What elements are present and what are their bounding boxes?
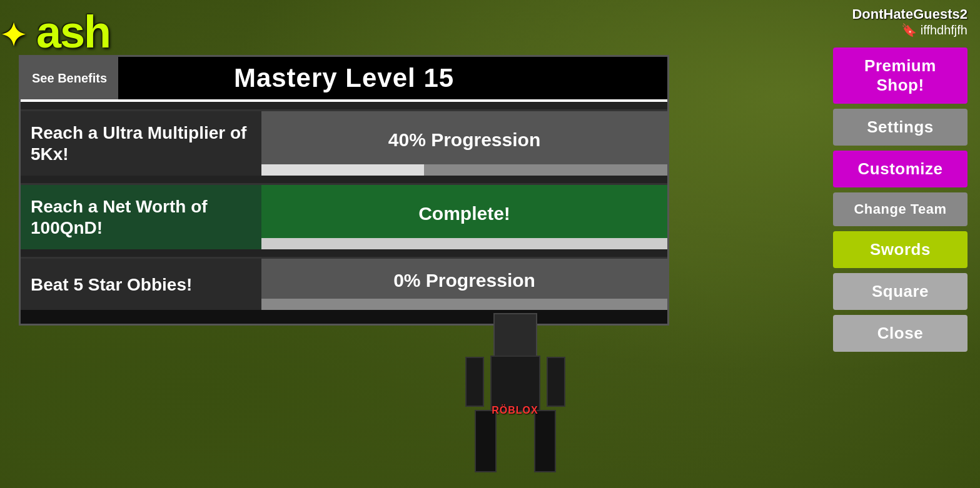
bookmark-row: 🔖 iffhdhfjfh — [901, 22, 967, 37]
change-team-button[interactable]: Change Team — [833, 192, 967, 226]
objective-row-2: Reach a Net Worth of 100QnD! Complete! — [21, 183, 667, 249]
mastery-header: See Benefits Mastery Level 15 — [21, 57, 667, 99]
username-area: DontHateGuests2 🔖 iffhdhfjfh — [852, 6, 967, 37]
row-spacer-2 — [21, 249, 667, 257]
bookmark-text: iffhdhfjfh — [921, 23, 967, 37]
objective-label-2: Reach a Net Worth of 100QnD! — [21, 185, 261, 249]
progression-text-1: 40% Progression — [261, 111, 667, 164]
square-button[interactable]: Square — [833, 273, 967, 310]
sparkle-icon: ✦ — [0, 18, 25, 53]
top-left-label: ✦ ash — [0, 6, 110, 57]
mastery-panel: See Benefits Mastery Level 15 Reach a Ul… — [19, 55, 669, 326]
ash-label: ash — [36, 7, 110, 57]
objective-right-2: Complete! — [261, 185, 667, 249]
roblox-label: RÖBLOX — [492, 405, 538, 416]
username-label: DontHateGuests2 — [852, 6, 967, 22]
objective-right-1: 40% Progression — [261, 111, 667, 176]
bookmark-icon: 🔖 — [901, 22, 917, 37]
header-spacer — [21, 102, 667, 109]
settings-button[interactable]: Settings — [833, 109, 967, 146]
progress-bar-1 — [261, 164, 667, 176]
objective-label-1: Reach a Ultra Multiplier of 5Kx! — [21, 111, 261, 176]
close-button[interactable]: Close — [833, 315, 967, 352]
right-panel: DontHateGuests2 🔖 iffhdhfjfh Premium Sho… — [833, 6, 967, 352]
row-spacer-1 — [21, 176, 667, 183]
progress-bar-2 — [261, 238, 667, 249]
premium-shop-button[interactable]: Premium Shop! — [833, 47, 967, 104]
customize-button[interactable]: Customize — [833, 151, 967, 187]
progress-bar-fill-1 — [261, 164, 424, 176]
see-benefits-button[interactable]: See Benefits — [21, 57, 118, 99]
character-area: RÖBLOX — [390, 301, 640, 488]
objective-label-3: Beat 5 Star Obbies! — [21, 259, 261, 310]
swords-button[interactable]: Swords — [833, 231, 967, 268]
objective-row-1: Reach a Ultra Multiplier of 5Kx! 40% Pro… — [21, 109, 667, 176]
progression-text-3: 0% Progression — [261, 259, 667, 299]
progression-text-2: Complete! — [261, 185, 667, 238]
